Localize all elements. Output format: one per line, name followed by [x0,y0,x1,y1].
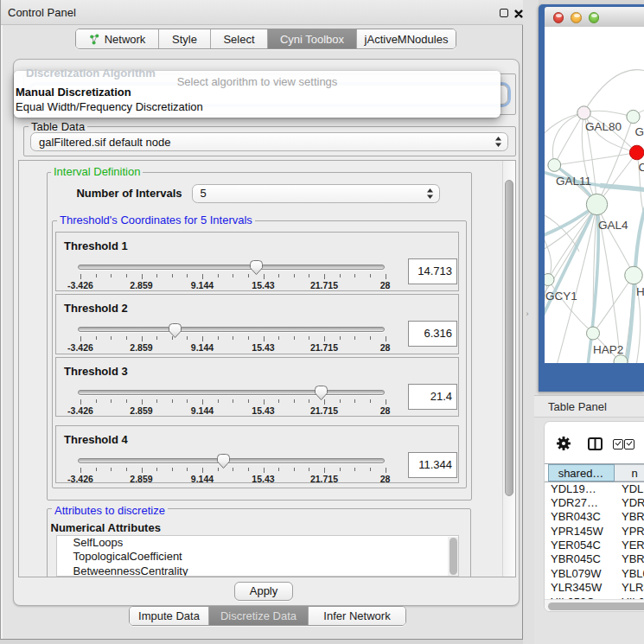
threshold-value-field[interactable]: 6.316 [408,321,457,347]
slider-minor-tick [278,274,279,277]
divider-expand-icon[interactable]: › [526,309,529,318]
network-canvas[interactable]: GAL80GCGAL11GAL4GCY1HHAP2 [545,27,644,363]
slider-track[interactable] [78,327,385,332]
tab-jactivemnodules[interactable]: jActiveMNodules [357,29,456,48]
table-row[interactable]: YDR27…YDR2 [545,496,644,510]
attribute-list-item[interactable]: BetweennessCentrality [57,564,458,577]
slider-track[interactable] [78,265,385,270]
slider-minor-tick [248,336,249,340]
tab-network[interactable]: Network [76,29,159,48]
control-panel-tabbar: NetworkStyleSelectCyni ToolboxjActiveMNo… [75,29,456,49]
slider-track[interactable] [78,458,385,463]
slider-minor-tick [111,468,112,471]
table-row[interactable]: YPR145WYPR1 [545,525,644,539]
slider-thumb[interactable] [168,322,182,340]
numerical-attributes-list[interactable]: SelfLoopsTopologicalCoefficientBetweenne… [56,535,459,577]
combo-arrows-icon [494,136,502,148]
slider-track[interactable] [78,390,385,395]
network-node-label: GCY1 [545,290,577,303]
slider-major-tick [202,399,203,405]
network-node-h[interactable] [625,266,643,284]
slider-minor-tick [156,336,157,340]
network-node-c[interactable] [629,145,644,160]
column-header-name[interactable]: n [615,464,644,481]
slider-major-tick [142,336,143,341]
slider-tick-label: 15.43 [242,342,285,353]
minimize-light[interactable] [571,12,582,23]
network-edge[interactable] [583,69,644,112]
apply-button[interactable]: Apply [234,582,293,601]
network-edge[interactable] [545,112,584,139]
checkbox-icon[interactable] [624,439,634,450]
threshold-value-field[interactable]: 14.713 [408,258,457,284]
number-of-intervals-combobox[interactable]: 5 [192,184,440,203]
slider-thumb[interactable] [249,259,264,277]
slider-major-tick [202,468,203,473]
table-row[interactable]: YBL079WYBL0 [545,567,644,581]
slider-minor-tick [370,399,371,403]
network-edge[interactable] [597,204,634,275]
network-node-gal4[interactable] [586,194,607,214]
close-light[interactable] [553,12,564,23]
cell-shared-name: YBL079W [551,567,602,581]
attributes-list-scrollbar-thumb[interactable] [450,538,457,575]
network-edge[interactable] [593,275,634,333]
slider-major-tick [264,336,265,341]
attributes-list-scrollbar[interactable] [448,537,459,577]
tab-label: Discretize Data [220,609,296,622]
algorithm-option[interactable]: Equal Width/Frequency Discretization [16,101,203,113]
slider-minor-tick [187,399,188,403]
network-edge[interactable] [584,111,634,117]
network-node-hap2[interactable] [587,327,600,340]
slider-thumb[interactable] [216,453,231,470]
network-icon [89,34,100,45]
slider-minor-tick [278,399,279,403]
tab-style[interactable]: Style [159,29,211,48]
slider-minor-tick [172,399,173,403]
settings-vertical-scrollbar[interactable] [502,161,516,577]
table-row[interactable]: YER054CYER0 [545,539,644,552]
table-row[interactable]: YBR043CYBR0 [545,510,644,524]
algorithm-option[interactable]: Manual Discretization [16,86,131,99]
network-edge-thick[interactable] [600,185,644,190]
table-row[interactable]: YDL19…YDL1 [545,482,644,496]
settings-scrollbar-thumb[interactable] [505,180,513,496]
tab-select[interactable]: Select [211,29,268,48]
slider-minor-tick [340,399,341,403]
control-panel-titlebar[interactable]: Control Panel [1,0,523,25]
column-header-shared-name[interactable]: shared… [548,464,615,481]
tab-impute-data[interactable]: Impute Data [130,607,209,625]
network-edge[interactable] [545,232,552,280]
threshold-value-field[interactable]: 11.344 [408,452,457,478]
float-icon[interactable] [500,9,508,17]
table-scrollbar-thumb[interactable] [548,603,644,611]
tab-infer-network[interactable]: Infer Network [309,607,405,625]
network-edge[interactable] [554,112,583,165]
zoom-light[interactable] [589,12,600,23]
attribute-list-item[interactable]: SelfLoops [57,536,458,551]
columns-icon[interactable] [588,437,603,450]
network-node-gal80[interactable] [577,105,590,118]
network-node-label: HAP2 [593,342,623,355]
attribute-list-item[interactable]: TopologicalCoefficient [57,550,458,564]
table-row[interactable]: YLR345WYLR3 [545,581,644,595]
network-node-gal11[interactable] [548,158,561,171]
threshold-value-field[interactable]: 21.4 [408,384,457,410]
network-node-gcy1[interactable] [545,273,554,285]
tab-cyni-toolbox[interactable]: Cyni Toolbox [268,29,357,48]
gear-icon[interactable] [556,436,571,451]
slider-minor-tick [187,274,188,277]
tab-discretize-data[interactable]: Discretize Data [209,607,309,625]
slider-minor-tick [218,399,219,403]
table-horizontal-scrollbar[interactable] [545,599,644,612]
table-data-combobox[interactable]: galFiltered.sif default node [30,132,508,151]
table-row[interactable]: YBR045CYBR0 [545,552,644,566]
close-icon[interactable] [514,10,523,18]
slider-thumb[interactable] [314,385,328,402]
network-node-g[interactable] [627,110,640,123]
slider-minor-tick [111,336,112,340]
network-window-titlebar[interactable] [545,7,644,28]
network-edge[interactable] [554,152,636,165]
checkbox-icon[interactable] [613,439,623,450]
slider-minor-tick [233,274,233,277]
